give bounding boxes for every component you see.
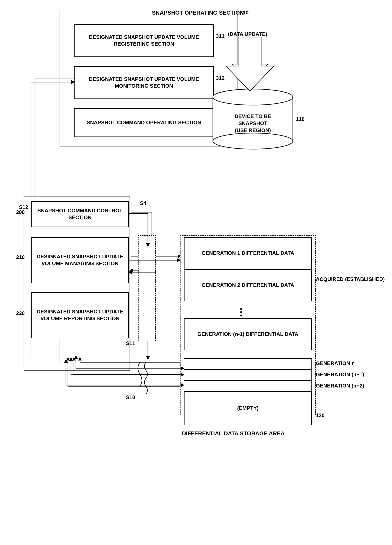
- box-313: SNAPSHOT COMMAND OPERATING SECTION: [74, 108, 214, 137]
- box-220: DESIGNATED SNAPSHOT UPDATE VOLUME REPORT…: [31, 292, 129, 338]
- gen1-box: GENERATION 1 DIFFERENTIAL DATA: [184, 237, 312, 269]
- cylinder-svg: DEVICE TO BE SNAPSHOT (USE REGION): [212, 88, 294, 150]
- svg-marker-5: [232, 38, 268, 86]
- s4-label: S4: [140, 200, 146, 206]
- svg-marker-49: [146, 356, 150, 360]
- ref-312: 312: [216, 75, 224, 81]
- s10-label: S10: [126, 394, 135, 401]
- svg-point-30: [213, 133, 293, 149]
- gen-n2-row: [184, 380, 312, 391]
- svg-marker-64: [226, 37, 274, 91]
- box-200: SNAPSHOT COMMAND CONTROL SECTION: [31, 201, 129, 227]
- gen2-box: GENERATION 2 DIFFERENTIAL DATA: [184, 269, 312, 301]
- svg-text:DEVICE TO BE: DEVICE TO BE: [235, 113, 271, 119]
- diff-storage-label: DIFFERENTIAL DATA STORAGE AREA: [182, 430, 285, 437]
- svg-marker-59: [64, 359, 68, 363]
- svg-marker-55: [69, 357, 73, 361]
- box-312: DESIGNATED SNAPSHOT UPDATE VOLUME MONITO…: [74, 66, 214, 99]
- ref-310: 310: [240, 10, 248, 16]
- svg-marker-13: [130, 268, 133, 272]
- diagram: SNAPSHOT OPERATING SECTION 310 DESIGNATE…: [0, 0, 392, 545]
- ref-110: 110: [296, 116, 304, 122]
- ref-311: 311: [216, 33, 224, 39]
- genn1-box: GENERATION (n-1) DIFFERENTIAL DATA: [184, 318, 312, 350]
- svg-marker-27: [66, 357, 70, 360]
- svg-marker-25: [78, 357, 82, 360]
- gen-n1-row: [184, 369, 312, 380]
- acquired-bracket: [312, 237, 318, 357]
- gen-n2-label: GENERATION (n+2): [316, 383, 364, 389]
- svg-point-31: [213, 89, 293, 105]
- ref-200: 200: [16, 209, 24, 215]
- gen-n-label: GENERATION n: [316, 360, 355, 366]
- ref-120: 120: [316, 412, 325, 419]
- data-update-label: (DATA UPDATE): [228, 31, 267, 37]
- s11-label: S11: [126, 340, 135, 347]
- dashed-connector: [138, 235, 156, 341]
- dots-label: ⋮: [236, 306, 246, 318]
- ref-220: 220: [16, 310, 24, 316]
- box-210: DESIGNATED SNAPSHOT UPDATE VOLUME MANAGI…: [31, 237, 129, 283]
- empty-box: (EMPTY): [184, 391, 312, 425]
- box-311: DESIGNATED SNAPSHOT UPDATE VOLUME REGIST…: [74, 24, 214, 57]
- svg-marker-51: [74, 355, 78, 359]
- gen-n1-label: GENERATION (n+1): [316, 372, 364, 378]
- svg-text:(USE REGION): (USE REGION): [235, 127, 271, 133]
- svg-marker-26: [72, 357, 76, 360]
- gen-n-row: [184, 358, 312, 369]
- acquired-label: ACQUIRED (ESTABLISHED): [316, 276, 385, 282]
- svg-text:SNAPSHOT: SNAPSHOT: [238, 120, 267, 126]
- ref-210: 210: [16, 254, 24, 260]
- snapshot-operating-label: SNAPSHOT OPERATING SECTION: [152, 10, 244, 16]
- cylinder-device: DEVICE TO BE SNAPSHOT (USE REGION): [212, 88, 294, 150]
